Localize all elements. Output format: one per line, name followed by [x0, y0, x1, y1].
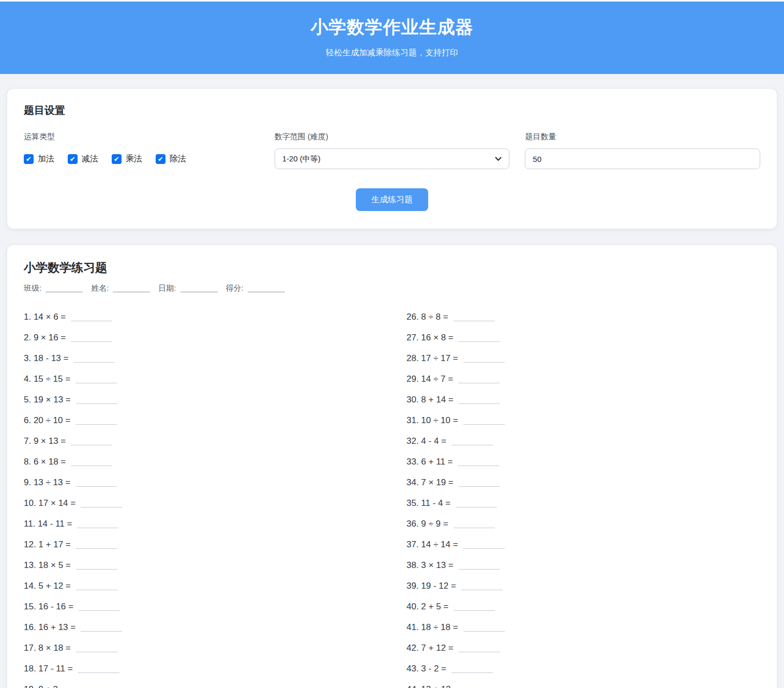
problem-item: 40. 2 + 5 = — [406, 596, 760, 617]
answer-blank — [76, 548, 117, 549]
question-count-input[interactable] — [525, 148, 760, 169]
checkbox-checked-icon[interactable]: ✔ — [156, 154, 165, 164]
answer-blank — [451, 445, 493, 445]
problem-text: 35. 11 - 4 = — [406, 498, 450, 508]
problems-grid: 1. 14 × 6 =2. 9 × 16 =3. 18 - 13 =4. 15 … — [24, 307, 760, 688]
problem-item: 15. 16 - 16 = — [24, 596, 406, 617]
checkbox-checked-icon[interactable]: ✔ — [24, 154, 34, 164]
answer-blank — [454, 321, 495, 321]
problem-item: 12. 1 + 17 = — [24, 534, 406, 555]
problem-item: 6. 20 ÷ 10 = — [24, 410, 406, 431]
info-field-blank — [180, 292, 218, 292]
problem-text: 4. 15 ÷ 15 = — [24, 374, 70, 384]
problem-text: 10. 17 × 14 = — [24, 498, 76, 508]
problem-text: 3. 18 - 13 = — [24, 353, 68, 363]
answer-blank — [458, 466, 499, 466]
problem-item: 10. 17 × 14 = — [24, 493, 406, 514]
problem-item: 35. 11 - 4 = — [406, 493, 760, 514]
answer-blank — [461, 590, 503, 590]
button-row: 生成练习题 — [24, 188, 760, 211]
answer-blank — [454, 528, 495, 528]
range-select-value: 1-20 (中等) — [282, 154, 321, 164]
answer-blank — [451, 672, 493, 673]
worksheet-info-field: 姓名: — [91, 283, 150, 293]
problem-text: 41. 18 ÷ 18 = — [406, 622, 458, 632]
app-title: 小学数学作业生成器 — [0, 16, 784, 39]
problem-item: 31. 10 ÷ 10 = — [406, 410, 760, 431]
operation-checkbox-0[interactable]: ✔加法 — [24, 154, 54, 164]
problem-text: 37. 14 ÷ 14 = — [406, 540, 458, 549]
problem-item: 33. 6 + 11 = — [406, 452, 760, 472]
operation-checkbox-1[interactable]: ✔减法 — [68, 154, 98, 164]
problem-item: 13. 18 × 5 = — [24, 555, 406, 576]
problem-text: 29. 14 ÷ 7 = — [406, 374, 453, 384]
problem-text: 43. 3 - 2 = — [406, 664, 446, 674]
problem-text: 8. 6 × 18 = — [24, 457, 66, 467]
answer-blank — [76, 569, 117, 570]
number-range-label: 数字范围 (难度) — [275, 132, 510, 142]
problem-text: 34. 7 × 19 = — [406, 477, 454, 487]
problem-text: 2. 9 × 16 = — [24, 333, 66, 342]
problem-item: 30. 8 + 14 = — [406, 390, 760, 410]
operation-checkbox-3[interactable]: ✔除法 — [156, 154, 186, 164]
problem-text: 31. 10 ÷ 10 = — [406, 415, 458, 425]
info-field-label: 姓名: — [91, 283, 109, 293]
operation-type-label: 运算类型 — [24, 132, 259, 142]
problem-item: 2. 9 × 16 = — [24, 327, 406, 348]
problem-text: 13. 18 × 5 = — [24, 560, 71, 570]
problem-item: 39. 19 - 12 = — [406, 576, 760, 596]
problem-item: 41. 18 ÷ 18 = — [406, 617, 760, 638]
problem-item: 14. 5 + 12 = — [24, 576, 406, 596]
problem-text: 27. 16 × 8 = — [406, 333, 454, 342]
answer-blank — [71, 466, 112, 466]
operation-checkbox-2[interactable]: ✔乘法 — [112, 154, 142, 164]
problem-item: 1. 14 × 6 = — [24, 307, 406, 327]
answer-blank — [76, 424, 117, 425]
problem-item: 4. 15 ÷ 15 = — [24, 369, 406, 390]
problem-item: 26. 8 ÷ 8 = — [406, 307, 760, 327]
problem-item: 7. 9 × 13 = — [24, 431, 406, 452]
answer-blank — [463, 424, 505, 425]
problem-item: 43. 3 - 2 = — [406, 659, 760, 679]
problem-item: 36. 9 ÷ 9 = — [406, 514, 760, 534]
info-field-label: 日期: — [158, 283, 176, 293]
app-subtitle: 轻松生成加减乘除练习题，支持打印 — [0, 48, 784, 58]
answer-blank — [459, 403, 500, 404]
answer-blank — [76, 403, 117, 404]
answer-blank — [79, 610, 120, 611]
answer-blank — [454, 610, 495, 611]
answer-blank — [71, 321, 112, 321]
problem-item: 28. 17 ÷ 17 = — [406, 348, 760, 369]
problem-text: 28. 17 ÷ 17 = — [406, 353, 458, 363]
problem-item: 9. 13 ÷ 13 = — [24, 472, 406, 493]
checkbox-checked-icon[interactable]: ✔ — [68, 154, 78, 164]
info-field-label: 班级: — [24, 283, 41, 293]
problem-text: 32. 4 - 4 = — [406, 436, 446, 446]
info-field-blank — [46, 292, 83, 292]
worksheet-info-field: 班级: — [24, 283, 83, 293]
worksheet-info-field: 得分: — [226, 283, 285, 293]
answer-blank — [459, 569, 500, 570]
problem-item: 29. 14 ÷ 7 = — [406, 369, 760, 390]
answer-blank — [81, 507, 122, 507]
worksheet-card: 小学数学练习题 班级:姓名:日期:得分: 1. 14 × 6 =2. 9 × 1… — [7, 245, 777, 688]
worksheet-info-field: 日期: — [158, 283, 217, 293]
generate-button[interactable]: 生成练习题 — [356, 188, 428, 211]
problem-text: 36. 9 ÷ 9 = — [406, 519, 448, 529]
problem-item: 8. 6 × 18 = — [24, 452, 406, 472]
problem-text: 6. 20 ÷ 10 = — [24, 415, 70, 425]
main-container: 题目设置 运算类型 ✔加法✔减法✔乘法✔除法 数字范围 (难度) 1-20 (中… — [0, 89, 784, 688]
answer-blank — [71, 445, 112, 445]
checkbox-checked-icon[interactable]: ✔ — [112, 154, 122, 164]
problem-item: 19. 9 ÷ 3 = — [24, 679, 406, 688]
range-select[interactable]: 1-20 (中等) — [275, 148, 510, 169]
problem-item: 37. 14 ÷ 14 = — [406, 534, 760, 555]
answer-blank — [76, 486, 117, 487]
answer-blank — [456, 507, 497, 507]
problem-text: 14. 5 + 12 = — [24, 581, 71, 591]
info-field-label: 得分: — [226, 283, 244, 293]
worksheet-info-line: 班级:姓名:日期:得分: — [24, 283, 760, 293]
answer-blank — [78, 672, 119, 673]
answer-blank — [458, 383, 500, 383]
question-count-label: 题目数量 — [525, 132, 760, 142]
